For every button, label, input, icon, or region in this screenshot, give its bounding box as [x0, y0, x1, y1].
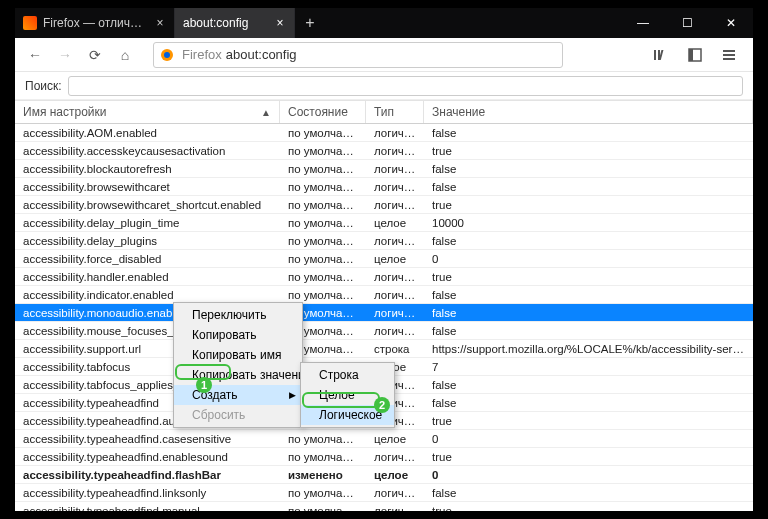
url-label: Firefox	[182, 47, 222, 62]
pref-value: true	[424, 450, 753, 464]
table-body: accessibility.AOM.enabledпо умолчаниюлог…	[15, 124, 753, 511]
minimize-button[interactable]: —	[621, 8, 665, 38]
table-row[interactable]: accessibility.mouse_focuses_formcпо умол…	[15, 322, 753, 340]
pref-state: по умолчанию	[280, 234, 366, 248]
pref-name: accessibility.typeaheadfind.casesensitiv…	[15, 432, 280, 446]
table-row[interactable]: accessibility.typeaheadfind.casesensitiv…	[15, 430, 753, 448]
close-icon[interactable]: ×	[274, 16, 286, 30]
pref-name: accessibility.blockautorefresh	[15, 162, 280, 176]
tab-bar: Firefox — отличный браузер д × about:con…	[15, 8, 753, 38]
col-header-state[interactable]: Состояние	[280, 101, 366, 123]
pref-name: accessibility.browsewithcaret	[15, 180, 280, 194]
pref-value: false	[424, 234, 753, 248]
submenu-arrow-icon: ▶	[289, 390, 296, 400]
new-tab-button[interactable]: +	[295, 8, 325, 38]
context-menu-item[interactable]: Копировать значение	[174, 365, 302, 385]
pref-type: логическое	[366, 306, 424, 320]
pref-type: логическое	[366, 270, 424, 284]
pref-state: по умолчанию	[280, 450, 366, 464]
tab-about-config[interactable]: about:config ×	[175, 8, 295, 38]
pref-type: целое	[366, 216, 424, 230]
col-header-label: Имя настройки	[23, 105, 107, 119]
back-button[interactable]: ←	[23, 43, 47, 67]
table-row[interactable]: accessibility.blockautorefreshпо умолчан…	[15, 160, 753, 178]
menu-icon[interactable]	[717, 43, 741, 67]
table-row[interactable]: accessibility.browsewithcaret_shortcut.e…	[15, 196, 753, 214]
context-menu-item[interactable]: Создать▶	[174, 385, 302, 405]
pref-type: целое	[366, 468, 424, 482]
search-bar: Поиск: 🔍	[15, 72, 753, 100]
context-menu-item[interactable]: Копировать имя	[174, 345, 302, 365]
pref-value: false	[424, 162, 753, 176]
pref-value: 0	[424, 468, 753, 482]
sidebar-icon[interactable]	[683, 43, 707, 67]
pref-type: логическое	[366, 198, 424, 212]
pref-value: https://support.mozilla.org/%LOCALE%/kb/…	[424, 342, 753, 356]
library-icon[interactable]	[649, 43, 673, 67]
search-input-wrap: 🔍	[68, 76, 743, 96]
col-header-name[interactable]: Имя настройки ▲	[15, 101, 280, 123]
pref-state: по умолчанию	[280, 486, 366, 500]
pref-name: accessibility.force_disabled	[15, 252, 280, 266]
pref-value: 0	[424, 432, 753, 446]
table-row[interactable]: accessibility.delay_pluginsпо умолчаниюл…	[15, 232, 753, 250]
svg-point-1	[164, 52, 170, 58]
pref-type: целое	[366, 252, 424, 266]
table-row[interactable]: accessibility.handler.enabledпо умолчани…	[15, 268, 753, 286]
pref-name: accessibility.AOM.enabled	[15, 126, 280, 140]
svg-rect-8	[723, 54, 735, 56]
nav-bar: ← → ⟳ ⌂ Firefox about:config	[15, 38, 753, 72]
pref-state: изменено	[280, 468, 366, 482]
callout-label-1: 1	[196, 377, 212, 393]
pref-name: accessibility.typeaheadfind.linksonly	[15, 486, 280, 500]
pref-value: false	[424, 288, 753, 302]
col-header-type[interactable]: Тип	[366, 101, 424, 123]
maximize-button[interactable]: ☐	[665, 8, 709, 38]
pref-value: false	[424, 324, 753, 338]
pref-value: false	[424, 486, 753, 500]
table-row[interactable]: accessibility.force_disabledпо умолчанию…	[15, 250, 753, 268]
home-button[interactable]: ⌂	[113, 43, 137, 67]
pref-value: false	[424, 396, 753, 410]
close-window-button[interactable]: ✕	[709, 8, 753, 38]
table-row[interactable]: accessibility.accesskeycausesactivationп…	[15, 142, 753, 160]
reload-button[interactable]: ⟳	[83, 43, 107, 67]
context-menu: ПереключитьКопироватьКопировать имяКопир…	[173, 302, 303, 428]
pref-state: по умолчанию	[280, 216, 366, 230]
search-input[interactable]	[68, 76, 743, 96]
table-row[interactable]: accessibility.support.urlпо умолчаниюстр…	[15, 340, 753, 358]
table-row[interactable]: accessibility.typeaheadfind.enablesoundп…	[15, 448, 753, 466]
close-icon[interactable]: ×	[154, 16, 166, 30]
pref-type: логическое	[366, 486, 424, 500]
pref-type: логическое	[366, 504, 424, 512]
pref-name: accessibility.handler.enabled	[15, 270, 280, 284]
pref-type: логическое	[366, 180, 424, 194]
context-submenu-item[interactable]: Строка	[301, 365, 394, 385]
table-row[interactable]: accessibility.typeaheadfind.linksonlyпо …	[15, 484, 753, 502]
pref-state: по умолчанию	[280, 126, 366, 140]
toolbar-right	[649, 43, 741, 67]
pref-type: логическое	[366, 450, 424, 464]
url-text: about:config	[226, 47, 297, 62]
pref-value: 10000	[424, 216, 753, 230]
pref-state: по умолчанию	[280, 432, 366, 446]
pref-name: accessibility.typeaheadfind.manual	[15, 504, 280, 512]
address-bar[interactable]: Firefox about:config	[153, 42, 563, 68]
col-header-value[interactable]: Значение	[424, 101, 753, 123]
table-row[interactable]: accessibility.typeaheadfind.manualпо умо…	[15, 502, 753, 511]
table-row[interactable]: accessibility.delay_plugin_timeпо умолча…	[15, 214, 753, 232]
forward-button[interactable]: →	[53, 43, 77, 67]
context-submenu: СтрокаЦелоеЛогическое	[300, 362, 395, 428]
context-menu-item[interactable]: Копировать	[174, 325, 302, 345]
pref-state: по умолчанию	[280, 288, 366, 302]
table-row[interactable]: accessibility.browsewithcaretпо умолчани…	[15, 178, 753, 196]
table-row[interactable]: accessibility.monoaudio.enableпо умолчан…	[15, 304, 753, 322]
table-row[interactable]: accessibility.indicator.enabledпо умолча…	[15, 286, 753, 304]
pref-value: true	[424, 270, 753, 284]
table-row[interactable]: accessibility.AOM.enabledпо умолчаниюлог…	[15, 124, 753, 142]
tab-firefox[interactable]: Firefox — отличный браузер д ×	[15, 8, 175, 38]
pref-name: accessibility.browsewithcaret_shortcut.e…	[15, 198, 280, 212]
context-menu-item[interactable]: Переключить	[174, 305, 302, 325]
table-row[interactable]: accessibility.typeaheadfind.flashBarизме…	[15, 466, 753, 484]
pref-name: accessibility.typeaheadfind.flashBar	[15, 468, 280, 482]
